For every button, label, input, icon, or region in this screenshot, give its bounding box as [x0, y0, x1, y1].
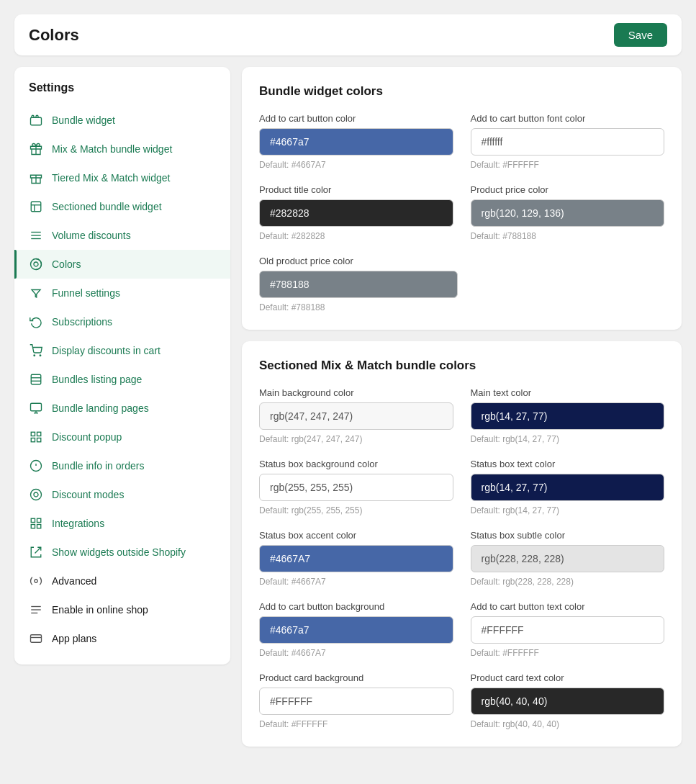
color-default-product-card-text: Default: rgb(40, 40, 40) — [471, 719, 665, 729]
color-group-main-text-color: Main text colorrgb(14, 27, 77)Default: r… — [471, 387, 665, 444]
sidebar-item-volume-discounts[interactable]: Volume discounts — [14, 221, 230, 250]
sidebar-item-bundle-info[interactable]: Bundle info in orders — [14, 451, 230, 480]
svg-point-23 — [34, 492, 38, 497]
color-input-product-card-bg[interactable]: #FFFFFF — [259, 688, 453, 715]
sidebar-item-label-discount-modes: Discount modes — [52, 489, 124, 500]
color-group-product-title-color: Product title color#282828Default: #2828… — [259, 184, 453, 241]
old-product-price-color-full-group: Old product price color#788188Default: #… — [259, 256, 664, 312]
color-default-product-title-color: Default: #282828 — [259, 231, 453, 241]
sidebar-item-label-subscriptions: Subscriptions — [52, 316, 112, 328]
main-layout: Settings Bundle widgetMix & Match bundle… — [14, 67, 682, 747]
content-area: Bundle widget colors Add to cart button … — [242, 67, 682, 747]
color-input-product-price-color[interactable]: rgb(120, 129, 136) — [471, 199, 665, 227]
color-group-status-box-text-color: Status box text colorrgb(14, 27, 77)Defa… — [471, 459, 665, 515]
tiered-mix-icon — [29, 171, 43, 185]
color-group-product-card-text: Product card text colorrgb(40, 40, 40)De… — [471, 672, 665, 729]
bundle-color-fields: Add to cart button color#4667a7Default: … — [259, 113, 664, 312]
sidebar-item-show-widgets[interactable]: Show widgets outside Shopify — [14, 538, 230, 567]
bundle-landing-icon — [29, 401, 43, 415]
sidebar-item-bundle-landing[interactable]: Bundle landing pages — [14, 394, 230, 423]
svg-rect-0 — [31, 117, 42, 125]
sidebar-item-tiered-mix[interactable]: Tiered Mix & Match widget — [14, 163, 230, 192]
color-default-add-to-cart-btn-bg: Default: #4667A7 — [259, 648, 453, 658]
sidebar-item-label-integrations: Integrations — [52, 518, 104, 529]
sidebar-item-sectioned-bundle[interactable]: Sectioned bundle widget — [14, 192, 230, 221]
svg-point-6 — [34, 262, 38, 266]
sidebar-item-bundles-listing[interactable]: Bundles listing page — [14, 365, 230, 394]
sidebar-item-discount-modes[interactable]: Discount modes — [14, 480, 230, 509]
color-default-product-price-color: Default: #788188 — [471, 231, 665, 241]
color-label-add-to-cart-font-color: Add to cart button font color — [471, 113, 665, 124]
discount-modes-icon — [29, 487, 43, 502]
color-input-add-to-cart-btn-color[interactable]: #4667a7 — [259, 128, 453, 156]
color-input-add-to-cart-font-color[interactable]: #ffffff — [471, 128, 665, 156]
color-default-add-to-cart-btn-color: Default: #4667A7 — [259, 160, 453, 170]
color-label-product-title-color: Product title color — [259, 184, 453, 195]
color-input-status-box-accent-color[interactable]: #4667A7 — [259, 545, 453, 572]
color-input-product-card-text[interactable]: rgb(40, 40, 40) — [471, 688, 665, 715]
sidebar-item-label-funnel-settings: Funnel settings — [52, 287, 120, 299]
svg-point-7 — [34, 355, 35, 356]
color-input-status-box-bg-color[interactable]: rgb(255, 255, 255) — [259, 474, 453, 501]
discount-popup-icon — [29, 430, 43, 444]
color-default-add-to-cart-btn-text: Default: #FFFFFF — [471, 648, 665, 658]
sidebar-item-label-volume-discounts: Volume discounts — [52, 230, 131, 241]
page-title: Colors — [29, 26, 79, 45]
color-label-add-to-cart-btn-bg: Add to cart button background — [259, 601, 453, 612]
color-group-status-box-subtle-color: Status box subtle colorrgb(228, 228, 228… — [471, 530, 665, 587]
color-label-old-product-price-color: Old product price color — [259, 256, 458, 266]
sidebar-item-discount-popup[interactable]: Discount popup — [14, 423, 230, 451]
color-group-add-to-cart-font-color: Add to cart button font color#ffffffDefa… — [471, 113, 665, 170]
color-default-status-box-accent-color: Default: #4667A7 — [259, 577, 453, 587]
subscriptions-icon — [29, 315, 43, 329]
color-label-status-box-accent-color: Status box accent color — [259, 530, 453, 541]
sidebar-item-label-display-discounts: Display discounts in cart — [52, 345, 161, 356]
color-label-add-to-cart-btn-text: Add to cart button text color — [471, 601, 665, 612]
show-widgets-icon — [29, 545, 43, 559]
sectioned-colors-card: Sectioned Mix & Match bundle colors Main… — [242, 341, 682, 747]
sidebar-item-funnel-settings[interactable]: Funnel settings — [14, 279, 230, 307]
sidebar-item-mix-match[interactable]: Mix & Match bundle widget — [14, 135, 230, 163]
svg-rect-18 — [31, 438, 35, 442]
sidebar-item-subscriptions[interactable]: Subscriptions — [14, 307, 230, 336]
svg-point-22 — [31, 490, 42, 500]
color-label-main-bg-color: Main background color — [259, 387, 453, 398]
sidebar-item-label-app-plans: App plans — [52, 633, 96, 644]
color-input-product-title-color[interactable]: #282828 — [259, 199, 453, 227]
svg-rect-1 — [31, 202, 41, 212]
sidebar-item-label-bundle-landing: Bundle landing pages — [52, 402, 149, 414]
color-label-status-box-subtle-color: Status box subtle color — [471, 530, 665, 541]
color-input-status-box-subtle-color[interactable]: rgb(228, 228, 228) — [471, 545, 665, 572]
bundles-listing-icon — [29, 372, 43, 387]
svg-rect-26 — [37, 525, 41, 528]
sidebar-item-enable-shop[interactable]: Enable in online shop — [14, 595, 230, 624]
svg-rect-32 — [31, 635, 42, 643]
color-input-old-product-price-color[interactable]: #788188 — [259, 271, 458, 298]
funnel-settings-icon — [29, 286, 43, 300]
color-input-status-box-text-color[interactable]: rgb(14, 27, 77) — [471, 474, 665, 501]
save-button[interactable]: Save — [614, 23, 667, 47]
bundle-info-icon — [29, 459, 43, 473]
sidebar-item-label-tiered-mix: Tiered Mix & Match widget — [52, 172, 170, 184]
sidebar-item-integrations[interactable]: Integrations — [14, 509, 230, 538]
svg-rect-27 — [31, 525, 35, 528]
color-input-main-text-color[interactable]: rgb(14, 27, 77) — [471, 402, 665, 430]
color-group-status-box-accent-color: Status box accent color#4667A7Default: #… — [259, 530, 453, 587]
bundle-color-fields-grid: Add to cart button color#4667a7Default: … — [259, 113, 664, 241]
sidebar-item-label-mix-match: Mix & Match bundle widget — [52, 143, 172, 155]
color-group-product-price-color: Product price colorrgb(120, 129, 136)Def… — [471, 184, 665, 241]
color-default-add-to-cart-font-color: Default: #FFFFFF — [471, 160, 665, 170]
svg-rect-16 — [37, 432, 41, 436]
sectioned-bundle-icon — [29, 199, 43, 214]
sidebar-item-app-plans[interactable]: App plans — [14, 624, 230, 653]
sidebar-item-display-discounts[interactable]: Display discounts in cart — [14, 336, 230, 365]
sidebar-item-label-show-widgets: Show widgets outside Shopify — [52, 546, 186, 558]
sidebar-item-colors[interactable]: Colors — [14, 250, 230, 279]
color-input-add-to-cart-btn-text[interactable]: #FFFFFF — [471, 616, 665, 644]
sidebar-item-advanced[interactable]: Advanced — [14, 567, 230, 595]
color-input-main-bg-color[interactable]: rgb(247, 247, 247) — [259, 402, 453, 430]
color-input-add-to-cart-btn-bg[interactable]: #4667a7 — [259, 616, 453, 644]
color-label-status-box-bg-color: Status box background color — [259, 459, 453, 469]
sectioned-colors-title: Sectioned Mix & Match bundle colors — [259, 359, 664, 373]
sidebar-item-bundle-widget[interactable]: Bundle widget — [14, 106, 230, 135]
